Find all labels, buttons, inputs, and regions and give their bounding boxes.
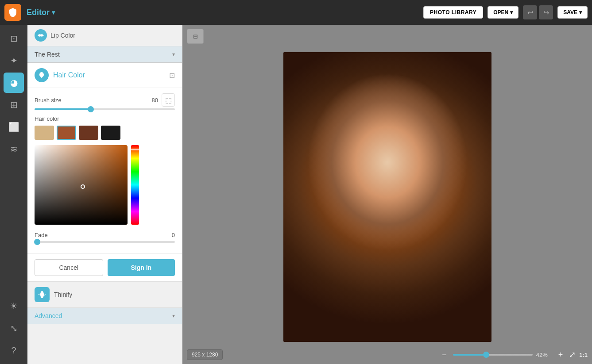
lip-color-icon: [35, 29, 47, 42]
editor-title[interactable]: Editor ▾: [27, 8, 55, 17]
lip-color-label: Lip Color: [50, 32, 75, 39]
photo-canvas[interactable]: [283, 52, 491, 342]
action-buttons: Cancel Sign In: [27, 253, 182, 281]
zoom-fit-button[interactable]: ⤢: [569, 350, 576, 360]
brush-size-slider[interactable]: [35, 108, 175, 110]
canvas-wrapper: [182, 48, 592, 345]
canvas-area: ⊟ 925 x 1280 − 42% + ⤢ 1:1: [182, 25, 592, 364]
the-rest-section-header[interactable]: The Rest ▾: [27, 46, 182, 63]
hair-color-title: Hair Color: [35, 68, 85, 82]
svg-point-0: [41, 77, 42, 78]
sidebar-item-crop[interactable]: ⊡: [4, 28, 24, 49]
icon-bar: ⊡ ✦ ◕ ⊞ ⬜ ≋ ☀ ⤡ ?: [0, 25, 27, 364]
zoom-in-button[interactable]: +: [556, 349, 566, 360]
sidebar-item-help[interactable]: ?: [4, 340, 24, 360]
zoom-controls: − 42% + ⤢ 1:1: [439, 349, 588, 360]
sidebar-item-transform[interactable]: ⬜: [4, 117, 24, 137]
spectrum-indicator: [131, 149, 139, 150]
brush-size-slider-container: [35, 108, 175, 110]
advanced-label: Advanced: [35, 312, 62, 319]
sidebar-item-fullscreen[interactable]: ⤡: [4, 318, 24, 338]
color-picker: [35, 145, 175, 225]
eraser-button[interactable]: ⬚: [162, 93, 175, 107]
the-rest-chevron-icon: ▾: [172, 51, 175, 57]
brush-size-value: 80: [152, 97, 158, 103]
hair-color-section: Hair Color ⊡ Brush size 80 ⬚: [27, 63, 182, 282]
undo-redo-group: ↩ ↪: [523, 5, 553, 19]
hair-color-swatches-label: Hair color: [35, 115, 175, 122]
hair-color-label: Hair Color: [53, 71, 85, 79]
fade-value: 0: [172, 232, 175, 238]
fade-slider-thumb: [34, 239, 40, 245]
eraser-icon: ⬚: [165, 96, 172, 104]
advanced-section-header[interactable]: Advanced ▾: [27, 308, 182, 324]
external-link-icon[interactable]: ⊡: [169, 71, 175, 80]
hair-tool-icon: ◕: [10, 77, 18, 88]
image-dimensions: 925 x 1280: [187, 349, 223, 360]
swatch-brown[interactable]: [79, 126, 98, 140]
redo-button[interactable]: ↪: [539, 5, 553, 19]
open-button[interactable]: OPEN ▾: [488, 6, 518, 19]
photo-library-button[interactable]: PHOTO LIBRARY: [423, 6, 483, 19]
crop-icon: ⊡: [10, 33, 18, 44]
lightbulb-icon: ☀: [10, 301, 18, 311]
open-button-label: OPEN: [493, 9, 508, 15]
zoom-out-button[interactable]: −: [439, 349, 449, 360]
color-swatches: [35, 126, 175, 140]
fade-label: Fade: [35, 232, 48, 238]
brush-icon: ≋: [10, 144, 18, 154]
fade-row: Fade 0: [35, 232, 175, 238]
swatch-blonde[interactable]: [35, 126, 54, 140]
thinify-icon: [35, 287, 50, 302]
editor-title-chevron: ▾: [52, 9, 55, 16]
sidebar-item-brush[interactable]: ≋: [4, 139, 24, 159]
signin-button[interactable]: Sign In: [108, 259, 175, 276]
sidebar-item-layers[interactable]: ⊞: [4, 95, 24, 115]
sidebar-item-light[interactable]: ☀: [4, 296, 24, 316]
color-gradient-picker[interactable]: [35, 145, 128, 225]
side-panel: Lip Color The Rest ▾ Hair Color ⊡: [27, 25, 182, 364]
brush-size-slider-thumb: [88, 106, 94, 112]
canvas-toolbar: ⊟: [182, 25, 592, 48]
hair-color-header: Hair Color ⊡: [27, 63, 182, 88]
hair-color-tool-icon: [35, 68, 49, 82]
sidebar-item-magic-wand[interactable]: ✦: [4, 50, 24, 71]
portrait-image: [283, 52, 491, 342]
open-chevron-icon: ▾: [510, 9, 513, 15]
main-layout: ⊡ ✦ ◕ ⊞ ⬜ ≋ ☀ ⤡ ?: [0, 25, 592, 364]
fade-slider-container: [35, 241, 175, 243]
swatch-black[interactable]: [101, 126, 120, 140]
canvas-toggle-button[interactable]: ⊟: [187, 29, 204, 44]
bottom-bar: 925 x 1280 − 42% + ⤢ 1:1: [182, 345, 592, 364]
editor-title-text: Editor: [27, 8, 50, 17]
top-bar: Editor ▾ PHOTO LIBRARY OPEN ▾ ↩ ↪ SAVE ▾: [0, 0, 592, 25]
transform-icon: ⬜: [8, 122, 19, 132]
top-bar-actions: PHOTO LIBRARY OPEN ▾ ↩ ↪ SAVE ▾: [423, 5, 588, 19]
cancel-button[interactable]: Cancel: [35, 259, 103, 276]
help-icon: ?: [11, 345, 16, 356]
zoom-percent: 42%: [536, 352, 552, 358]
undo-button[interactable]: ↩: [523, 5, 537, 19]
fade-slider[interactable]: [35, 241, 175, 243]
magic-wand-icon: ✦: [10, 55, 18, 66]
thinify-item[interactable]: Thinify: [27, 282, 182, 308]
advanced-chevron-icon: ▾: [172, 313, 175, 319]
thinify-label: Thinify: [54, 291, 72, 298]
layers-icon: ⊞: [10, 100, 18, 110]
zoom-1to1-button[interactable]: 1:1: [579, 352, 588, 358]
save-button[interactable]: SAVE ▾: [557, 6, 588, 19]
save-chevron-icon: ▾: [579, 9, 582, 15]
app-logo: [4, 4, 21, 21]
the-rest-label: The Rest: [35, 51, 60, 58]
canvas-toggle-icon: ⊟: [193, 33, 198, 40]
zoom-slider-thumb: [483, 352, 489, 358]
color-spectrum-slider[interactable]: [131, 145, 139, 225]
color-picker-dot: [81, 184, 85, 189]
brush-size-label: Brush size: [35, 97, 62, 103]
hair-controls: Brush size 80 ⬚ Hair color: [27, 88, 182, 253]
sidebar-item-hair[interactable]: ◕: [4, 73, 24, 93]
swatch-auburn[interactable]: [57, 126, 76, 140]
fullscreen-icon: ⤡: [10, 323, 18, 333]
lip-color-item[interactable]: Lip Color: [27, 25, 182, 46]
zoom-slider[interactable]: [453, 354, 533, 356]
